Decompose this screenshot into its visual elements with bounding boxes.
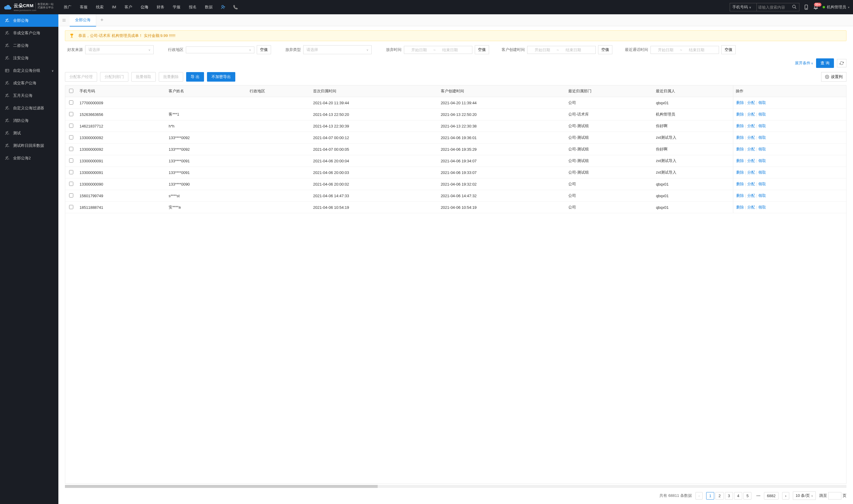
claim-link[interactable]: 领取 xyxy=(758,147,767,151)
nav-item-0[interactable]: 推广 xyxy=(59,0,76,14)
tab-menu-icon[interactable] xyxy=(58,18,70,22)
export-plain-button[interactable]: 不加密导出 xyxy=(207,72,235,82)
search-input[interactable] xyxy=(757,3,790,11)
sidebar-item-5[interactable]: 成交客户公海 xyxy=(0,77,58,89)
delete-link[interactable]: 删除 xyxy=(736,124,745,128)
column-settings-button[interactable]: 设置列 xyxy=(821,72,847,82)
row-checkbox[interactable] xyxy=(69,170,73,174)
claim-link[interactable]: 领取 xyxy=(758,112,767,116)
claim-link[interactable]: 领取 xyxy=(758,124,767,128)
claim-link[interactable]: 领取 xyxy=(758,193,767,198)
delete-link[interactable]: 删除 xyxy=(736,205,745,210)
create-start-input[interactable] xyxy=(530,48,554,52)
sidebar-item-6[interactable]: 五月天公海 xyxy=(0,89,58,102)
row-checkbox[interactable] xyxy=(69,193,73,197)
abandon-type-select[interactable]: 请选择 ∨ xyxy=(303,45,372,54)
create-end-input[interactable] xyxy=(561,48,585,52)
sidebar-item-11[interactable]: 全部公海2 xyxy=(0,152,58,164)
nav-item-4[interactable]: 客户 xyxy=(120,0,137,14)
claim-link[interactable]: 领取 xyxy=(758,170,767,175)
claim-link[interactable]: 领取 xyxy=(758,101,767,105)
assign-link[interactable]: 分配 xyxy=(747,159,756,163)
sidebar-item-4[interactable]: 自定义公海分组∨ xyxy=(0,64,58,77)
sidebar-item-0[interactable]: 全部公海 xyxy=(0,14,58,27)
logo[interactable]: 云朵CRM 教育机构一站式服务云平台 www.yunduocrm.com xyxy=(4,3,54,12)
row-checkbox[interactable] xyxy=(69,112,73,116)
delete-link[interactable]: 删除 xyxy=(736,135,745,140)
nav-item-7[interactable]: 学服 xyxy=(168,0,185,14)
page-number-button[interactable]: 5 xyxy=(743,492,751,500)
sidebar-item-2[interactable]: 二咨公海 xyxy=(0,39,58,52)
page-number-button[interactable]: 1 xyxy=(706,492,714,500)
sidebar-item-9[interactable]: 测试 xyxy=(0,127,58,139)
assign-link[interactable]: 分配 xyxy=(747,205,756,210)
mobile-icon[interactable] xyxy=(803,4,809,10)
call-start-input[interactable] xyxy=(654,48,677,52)
call-end-input[interactable] xyxy=(685,48,709,52)
call-time-range[interactable]: ~ xyxy=(651,46,719,54)
assign-dept-button[interactable]: 分配到部门 xyxy=(100,72,128,82)
nav-item-9[interactable]: 数据 xyxy=(201,0,217,14)
row-checkbox[interactable] xyxy=(69,124,73,128)
phone-icon[interactable] xyxy=(229,4,242,10)
page-last-button[interactable]: 6882 xyxy=(764,492,779,500)
assign-link[interactable]: 分配 xyxy=(747,112,756,116)
page-number-button[interactable]: 3 xyxy=(725,492,733,500)
row-checkbox[interactable] xyxy=(69,101,73,105)
refresh-button[interactable] xyxy=(837,59,847,67)
page-next-button[interactable]: › xyxy=(782,492,789,500)
assign-link[interactable]: 分配 xyxy=(747,147,756,151)
expand-filters-link[interactable]: 展开条件∨ xyxy=(795,60,813,66)
page-number-button[interactable]: 4 xyxy=(734,492,742,500)
friend-source-select[interactable]: 请选择 ∨ xyxy=(85,45,154,54)
create-time-empty-button[interactable]: 空值 xyxy=(598,45,612,54)
horizontal-scrollbar[interactable] xyxy=(65,485,847,488)
create-time-range[interactable]: ~ xyxy=(527,46,596,54)
row-checkbox[interactable] xyxy=(69,159,73,163)
tab-add-button[interactable]: + xyxy=(96,17,108,23)
abandon-start-input[interactable] xyxy=(407,48,431,52)
assign-link[interactable]: 分配 xyxy=(747,193,756,198)
search-button[interactable] xyxy=(790,3,799,11)
delete-link[interactable]: 删除 xyxy=(736,112,745,116)
assign-manager-button[interactable]: 分配客户经理 xyxy=(65,72,97,82)
row-checkbox[interactable] xyxy=(69,205,73,209)
abandon-time-empty-button[interactable]: 空值 xyxy=(475,45,489,54)
claim-link[interactable]: 领取 xyxy=(758,135,767,140)
delete-link[interactable]: 删除 xyxy=(736,182,745,186)
abandon-end-input[interactable] xyxy=(438,48,462,52)
export-button[interactable]: 导 出 xyxy=(186,72,204,82)
delete-link[interactable]: 删除 xyxy=(736,101,745,105)
batch-claim-button[interactable]: 批量领取 xyxy=(131,72,156,82)
sidebar-item-10[interactable]: 测试昨日回库数据 xyxy=(0,139,58,152)
page-size-select[interactable]: 10 条/页∨ xyxy=(793,491,816,500)
tab-all-public[interactable]: 全部公海 xyxy=(70,14,96,26)
delete-link[interactable]: 删除 xyxy=(736,159,745,163)
claim-link[interactable]: 领取 xyxy=(758,182,767,186)
page-prev-button[interactable]: ‹ xyxy=(695,492,703,500)
assign-link[interactable]: 分配 xyxy=(747,101,756,105)
assign-link[interactable]: 分配 xyxy=(747,124,756,128)
nav-item-2[interactable]: 线索 xyxy=(92,0,108,14)
add-user-icon[interactable] xyxy=(217,4,229,10)
row-checkbox[interactable] xyxy=(69,182,73,186)
nav-item-3[interactable]: IM xyxy=(108,0,120,14)
nav-item-8[interactable]: 报名 xyxy=(185,0,201,14)
abandon-time-range[interactable]: ~ xyxy=(404,46,472,54)
sidebar-item-1[interactable]: 非成交客户公海 xyxy=(0,27,58,39)
sidebar-item-7[interactable]: 自定义公海过滤器 xyxy=(0,102,58,114)
select-all-checkbox[interactable] xyxy=(69,89,73,93)
assign-link[interactable]: 分配 xyxy=(747,170,756,175)
query-button[interactable]: 查 询 xyxy=(816,58,834,68)
sidebar-item-3[interactable]: 注安公海 xyxy=(0,52,58,64)
sidebar-item-8[interactable]: 消防公海 xyxy=(0,114,58,127)
batch-delete-button[interactable]: 批量删除 xyxy=(159,72,183,82)
nav-item-5[interactable]: 公海 xyxy=(137,0,152,14)
row-checkbox[interactable] xyxy=(69,135,73,139)
assign-link[interactable]: 分配 xyxy=(747,182,756,186)
call-time-empty-button[interactable]: 空值 xyxy=(721,45,736,54)
row-checkbox[interactable] xyxy=(69,147,73,151)
nav-item-1[interactable]: 客服 xyxy=(76,0,92,14)
delete-link[interactable]: 删除 xyxy=(736,193,745,198)
assign-link[interactable]: 分配 xyxy=(747,135,756,140)
